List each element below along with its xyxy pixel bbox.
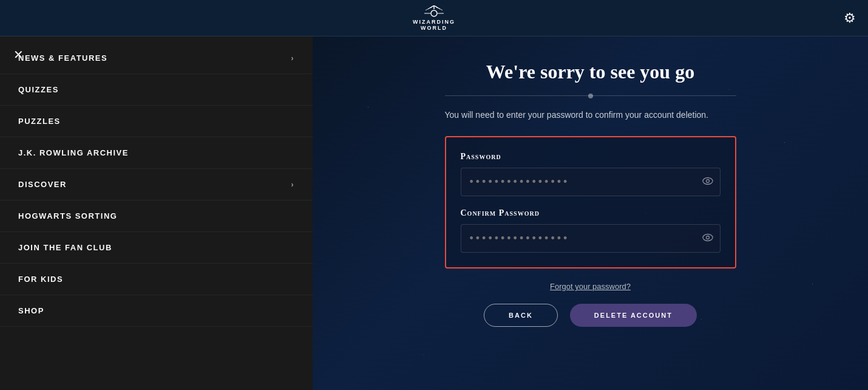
description-text: You will need to enter your password to … [445,108,736,121]
forgot-password-anchor[interactable]: Forgot your password? [550,282,631,291]
confirm-password-field-group: Confirm Password [461,208,721,253]
svg-point-7 [431,10,437,16]
svg-point-10 [703,177,713,184]
page-title: We're sorry to see you go [445,61,736,83]
sidebar-navigation: NEWS & FEATURES › QUIZZES PUZZLES J.K. R… [0,43,313,327]
forgot-password-link[interactable]: Forgot your password? [445,281,736,292]
settings-icon[interactable]: ⚙ [844,10,856,26]
toggle-confirm-password-visibility-icon[interactable] [702,233,713,244]
confirm-password-input-wrapper [461,224,721,253]
confirm-password-input[interactable] [461,224,721,253]
sidebar-item-shop[interactable]: SHOP [0,295,313,327]
sidebar-item-discover[interactable]: DISCOVER › [0,169,313,200]
sidebar-item-puzzles[interactable]: PUZZLES [0,106,313,137]
svg-line-6 [434,5,442,10]
svg-point-12 [703,234,713,241]
password-label: Password [461,152,721,162]
svg-point-11 [706,179,709,182]
chevron-right-icon: › [291,54,295,63]
svg-line-5 [426,5,434,10]
back-button[interactable]: BACK [484,304,558,327]
password-input[interactable] [461,168,721,196]
site-logo: WIZARDING WORLD [413,5,455,31]
sidebar-item-jk-rowling[interactable]: J.K. ROWLING ARCHIVE [0,137,313,169]
logo-text: WIZARDING WORLD [413,19,455,31]
sidebar-item-quizzes[interactable]: QUIZZES [0,74,313,106]
confirm-password-label: Confirm Password [461,208,721,218]
sidebar-item-for-kids[interactable]: FOR KIDS [0,264,313,295]
svg-point-13 [706,236,709,239]
toggle-password-visibility-icon[interactable] [702,177,713,188]
password-input-wrapper [461,168,721,196]
form-box: Password Confirm Password [445,136,736,269]
content-area: We're sorry to see you go You will need … [313,36,868,390]
delete-account-form: We're sorry to see you go You will need … [445,61,736,327]
close-button[interactable]: ✕ [0,36,36,73]
main-layout: ✕ NEWS & FEATURES › QUIZZES PUZZLES J.K.… [0,36,868,390]
button-row: BACK DELETE ACCOUNT [445,304,736,327]
sidebar-item-news-features[interactable]: NEWS & FEATURES › [0,43,313,74]
sidebar-item-hogwarts[interactable]: HOGWARTS SORTING [0,200,313,232]
logo-sun-icon [424,5,444,19]
sidebar: ✕ NEWS & FEATURES › QUIZZES PUZZLES J.K.… [0,36,313,390]
sidebar-item-fan-club[interactable]: JOIN THE FAN CLUB [0,232,313,264]
password-field-group: Password [461,152,721,196]
delete-account-button[interactable]: DELETE ACCOUNT [570,304,697,327]
header: WIZARDING WORLD ⚙ [0,0,868,36]
chevron-right-icon: › [291,180,295,189]
divider [445,95,736,96]
